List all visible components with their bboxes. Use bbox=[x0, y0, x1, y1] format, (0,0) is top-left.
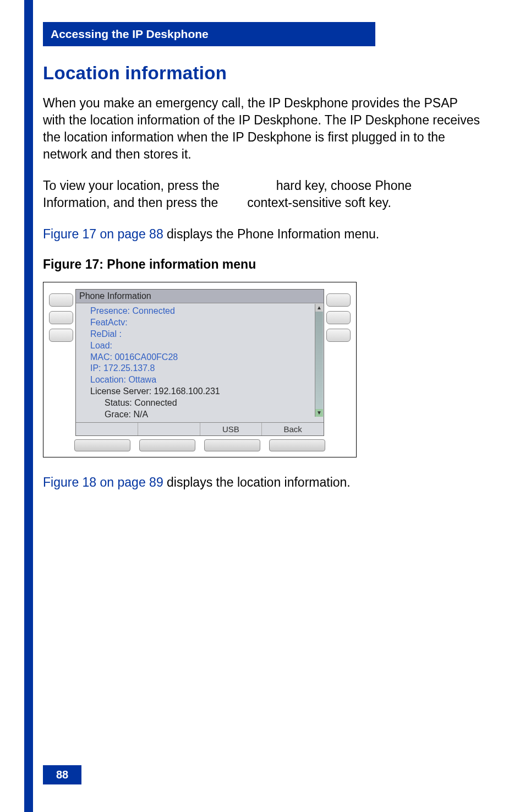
softkey-button[interactable] bbox=[139, 439, 195, 451]
info-line: Location: Ottawa bbox=[90, 374, 309, 386]
phone-screen: Phone Information Presence: Connected Fe… bbox=[75, 289, 324, 436]
info-line: IP: 172.25.137.8 bbox=[90, 363, 309, 374]
paragraph-3: Figure 17 on page 88 displays the Phone … bbox=[43, 226, 481, 243]
softkey-labels: USB Back bbox=[76, 422, 324, 435]
scroll-up-icon[interactable]: ▲ bbox=[315, 304, 323, 312]
softkey-label: USB bbox=[200, 423, 262, 435]
para3-rest: displays the Phone Information menu. bbox=[167, 227, 379, 241]
section-title: Location information bbox=[43, 63, 481, 84]
phone-right-keys bbox=[326, 289, 351, 436]
left-spine bbox=[24, 0, 33, 812]
scroll-down-icon[interactable]: ▼ bbox=[315, 409, 323, 417]
line-key[interactable] bbox=[49, 329, 73, 342]
para4-rest: displays the location information. bbox=[167, 475, 351, 489]
breadcrumb: Accessing the IP Deskphone bbox=[51, 28, 209, 40]
softkey-button[interactable] bbox=[204, 439, 260, 451]
paragraph-1: When you make an emergency call, the IP … bbox=[43, 95, 481, 163]
softkey-label bbox=[138, 423, 200, 435]
line-key[interactable] bbox=[326, 329, 351, 342]
softkey-button[interactable] bbox=[74, 439, 130, 451]
para2-part1: To view your location, press the bbox=[43, 178, 223, 193]
phone-left-keys bbox=[49, 289, 73, 436]
line-key[interactable] bbox=[326, 293, 351, 307]
scrollbar[interactable]: ▲ ▼ bbox=[315, 304, 323, 417]
header-bar: Accessing the IP Deskphone bbox=[43, 22, 375, 46]
figure-18-link[interactable]: Figure 18 on page 89 bbox=[43, 475, 163, 489]
figure-caption: Figure 17: Phone information menu bbox=[43, 257, 481, 272]
info-line: License Server: 192.168.100.231 bbox=[90, 386, 309, 397]
softkey-button[interactable] bbox=[269, 439, 325, 451]
line-key[interactable] bbox=[326, 311, 351, 324]
paragraph-2: To view your location, press the hard ke… bbox=[43, 177, 481, 211]
info-line: Grace: N/A bbox=[90, 409, 309, 421]
softkey-label bbox=[76, 423, 138, 435]
phone-frame: Phone Information Presence: Connected Fe… bbox=[43, 282, 357, 457]
line-key[interactable] bbox=[49, 311, 73, 324]
para2-part3: context-sensitive soft key. bbox=[247, 195, 391, 210]
info-line: MAC: 0016CA00FC28 bbox=[90, 352, 309, 363]
page-number: 88 bbox=[43, 765, 81, 784]
screen-title: Phone Information bbox=[76, 290, 324, 303]
screen-body: Presence: Connected FeatActv: ReDial : L… bbox=[76, 303, 324, 422]
info-line: ReDial : bbox=[90, 329, 309, 340]
info-line: Load: bbox=[90, 340, 309, 352]
softkey-label: Back bbox=[261, 423, 324, 435]
info-line: Presence: Connected bbox=[90, 306, 309, 317]
info-line: FeatActv: bbox=[90, 317, 309, 329]
line-key[interactable] bbox=[49, 293, 73, 307]
softkey-buttons bbox=[49, 439, 351, 451]
paragraph-4: Figure 18 on page 89 displays the locati… bbox=[43, 474, 481, 491]
figure-17-link[interactable]: Figure 17 on page 88 bbox=[43, 227, 163, 241]
info-line: Status: Connected bbox=[90, 397, 309, 409]
